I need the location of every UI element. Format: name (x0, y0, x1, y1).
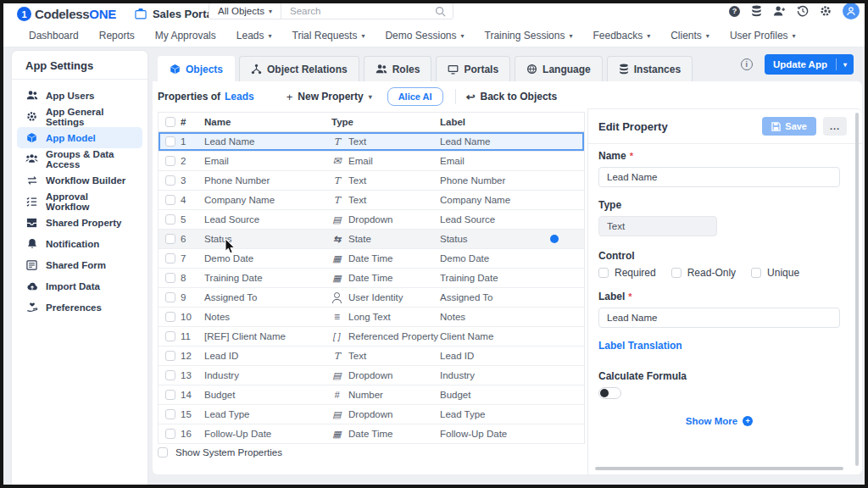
plus-circle-icon: + (743, 416, 753, 426)
more-options-button[interactable]: ... (823, 117, 847, 136)
gear-icon[interactable] (820, 5, 832, 17)
nav-clients[interactable]: Clients▾ (670, 30, 709, 42)
row-checkbox[interactable] (165, 156, 175, 166)
sidebar-item-shared-form[interactable]: Shared Form (17, 254, 142, 275)
back-to-objects-button[interactable]: ↩ Back to Objects (466, 91, 558, 103)
workflow-icon (25, 175, 38, 186)
sidebar-item-approval-workflow[interactable]: Approval Workflow (17, 191, 142, 212)
row-checkbox[interactable] (165, 214, 175, 225)
object-name-link[interactable]: Leads (225, 91, 254, 103)
alice-ai-button[interactable]: Alice AI (387, 87, 443, 106)
type-icon (331, 136, 342, 147)
tab-instances[interactable]: Instances (607, 56, 693, 81)
sidebar-item-import-data[interactable]: Import Data (17, 275, 142, 297)
sidebar-item-groups-data-access[interactable]: Groups & Data Access (17, 148, 142, 169)
nav-dashboard[interactable]: Dashboard (29, 30, 79, 42)
tab-roles[interactable]: Roles (364, 56, 432, 81)
type-icon (331, 311, 342, 323)
unique-checkbox[interactable]: Unique (751, 267, 799, 279)
table-row[interactable]: 13 Industry Dropdown Industry (159, 366, 584, 385)
save-button[interactable]: Save (762, 117, 816, 136)
table-row[interactable]: 12 Lead ID Text Lead ID (159, 347, 584, 366)
row-checkbox[interactable] (165, 273, 175, 283)
tab-portals[interactable]: Portals (436, 56, 510, 81)
type-icon (331, 351, 342, 362)
row-checkbox[interactable] (165, 390, 175, 400)
row-checkbox[interactable] (165, 331, 175, 341)
table-row[interactable]: 5 Lead Source Dropdown Lead Source (159, 210, 584, 230)
table-row[interactable]: 16 Follow-Up Date Date Time Follow-Up Da… (159, 424, 584, 444)
sidebar-item-preferences[interactable]: Preferences (17, 297, 142, 318)
new-property-button[interactable]: + New Property ▾ (287, 91, 372, 103)
row-checkbox[interactable] (165, 351, 175, 361)
row-checkbox[interactable] (165, 234, 175, 244)
brand-logo[interactable]: 1 CodelessONE (17, 7, 116, 21)
search-input[interactable]: Search (281, 6, 435, 16)
horizontal-scrollbar[interactable] (595, 467, 843, 470)
row-checkbox[interactable] (165, 292, 175, 302)
avatar[interactable] (843, 3, 860, 19)
nav-trial-requests[interactable]: Trial Requests▾ (292, 30, 365, 42)
row-checkbox[interactable] (165, 312, 175, 322)
sidebar-item-app-model[interactable]: App Model (17, 127, 142, 148)
required-checkbox[interactable]: Required (598, 267, 656, 279)
label-translation-link[interactable]: Label Translation (598, 340, 840, 352)
calculate-formula-toggle[interactable] (598, 387, 621, 399)
search-scope-dropdown[interactable]: All Objects ▾ (209, 3, 281, 19)
tab-object-relations[interactable]: Object Relations (239, 56, 359, 81)
row-checkbox[interactable] (165, 429, 175, 439)
type-icon (331, 370, 342, 381)
sidebar-item-workflow-builder[interactable]: Workflow Builder (17, 169, 142, 191)
table-row[interactable]: 10 Notes Long Text Notes (159, 308, 584, 327)
help-icon[interactable]: ? (729, 6, 740, 17)
name-field[interactable] (598, 167, 840, 187)
table-row[interactable]: 6 Status State Status (159, 230, 584, 249)
nav-my-approvals[interactable]: My Approvals (155, 30, 216, 42)
table-row[interactable]: 14 Budget Number Budget (159, 385, 584, 405)
vertical-scrollbar[interactable] (855, 113, 859, 466)
nav-leads[interactable]: Leads▾ (236, 30, 272, 42)
database-icon[interactable] (751, 5, 762, 17)
chevron-down-icon[interactable]: ▾ (837, 61, 854, 69)
row-checkbox[interactable] (165, 370, 175, 380)
label-field[interactable] (598, 308, 840, 328)
table-row[interactable]: 1 Lead Name Text Lead Name (159, 132, 584, 152)
show-more-button[interactable]: Show More + (598, 416, 840, 426)
table-row[interactable]: 2 Email Email Email (159, 152, 584, 171)
table-row[interactable]: 8 Training Date Date Time Training Date (159, 269, 584, 288)
table-row[interactable]: 7 Demo Date Date Time Demo Date (159, 249, 584, 269)
portal-selector[interactable]: Sales Portal (135, 8, 215, 20)
nav-user-profiles[interactable]: User Profiles▾ (730, 30, 796, 42)
row-checkbox[interactable] (165, 409, 175, 419)
save-icon (771, 122, 781, 131)
table-row[interactable]: 15 Lead Type Dropdown Lead Type (159, 405, 584, 424)
nav-feedbacks[interactable]: Feedbacks▾ (593, 30, 650, 42)
tab-language[interactable]: Language (515, 56, 603, 81)
nav-reports[interactable]: Reports (99, 30, 135, 42)
sidebar-item-app-users[interactable]: App Users (17, 85, 142, 106)
select-all-checkbox[interactable] (165, 117, 175, 127)
table-row[interactable]: 11 [REF] Client Name Referenced Property… (159, 327, 584, 347)
row-checkbox[interactable] (165, 175, 175, 186)
table-row[interactable]: 4 Company Name Text Company Name (159, 191, 584, 210)
chevron-down-icon: ▾ (369, 93, 372, 101)
row-checkbox[interactable] (165, 195, 175, 205)
history-icon[interactable] (797, 5, 809, 17)
sidebar-item-app-general-settings[interactable]: App General Settings (17, 106, 142, 127)
tab-objects[interactable]: Objects (158, 56, 235, 81)
show-system-properties: Show System Properties (158, 447, 282, 458)
info-icon[interactable]: i (741, 58, 753, 70)
read-only-checkbox[interactable]: Read-Only (671, 267, 736, 279)
update-app-button[interactable]: Update App ▾ (765, 54, 854, 75)
person-add-icon[interactable] (773, 5, 786, 17)
table-row[interactable]: 3 Phone Number Text Phone Number (159, 171, 584, 191)
show-system-properties-checkbox[interactable] (158, 447, 168, 458)
sidebar-item-notification[interactable]: Notification (17, 233, 142, 254)
table-row[interactable]: 9 Assigned To User Identity Assigned To (159, 288, 584, 308)
sidebar-item-shared-property[interactable]: Shared Property (17, 212, 142, 233)
row-checkbox[interactable] (165, 136, 175, 147)
nav-training-sessions[interactable]: Training Sessions▾ (485, 30, 573, 42)
row-checkbox[interactable] (165, 253, 175, 263)
nav-demo-sessions[interactable]: Demo Sessions▾ (385, 30, 464, 42)
search-icon[interactable] (435, 6, 446, 17)
